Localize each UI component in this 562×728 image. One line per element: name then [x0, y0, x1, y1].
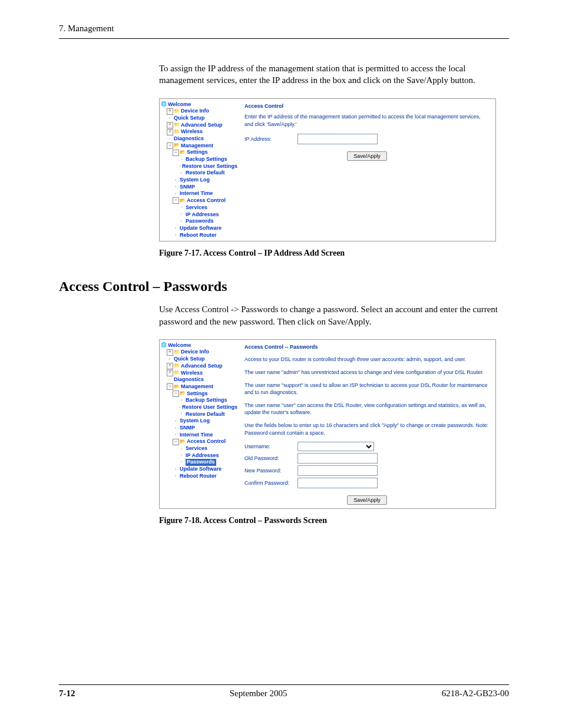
nav-restore-user[interactable]: ▫Restore User Settings: [178, 163, 237, 170]
plus-icon: +: [167, 349, 173, 356]
page-icon: ▫: [178, 205, 184, 211]
nav-backup[interactable]: ▫Backup Settings: [178, 397, 237, 404]
nav-wireless[interactable]: +📁Wireless: [167, 370, 237, 377]
folder-open-icon: 📂: [174, 143, 180, 148]
page-icon: ▫: [167, 377, 173, 383]
world-icon: 🌐: [161, 101, 167, 107]
page-icon: ▫: [178, 453, 184, 459]
folder-icon: 📁: [174, 349, 180, 355]
nav-advanced-setup[interactable]: +📁Advanced Setup: [167, 122, 237, 129]
nav-services[interactable]: ▫Services: [178, 445, 237, 452]
nav-internet-time[interactable]: ▫Internet Time: [173, 432, 237, 439]
folder-open-icon: 📂: [180, 439, 186, 445]
folder-open-icon: 📂: [180, 150, 186, 155]
save-apply-button[interactable]: Save/Apply: [347, 151, 387, 161]
nav-ip-addresses[interactable]: ▫IP Addresses: [178, 211, 237, 219]
page-number: 7-12: [59, 689, 75, 699]
page-icon: ▫: [173, 418, 178, 424]
nav-access-control[interactable]: −📂Access Control: [173, 197, 237, 204]
nav-quick-setup[interactable]: ▫Quick Setup: [167, 115, 237, 122]
footer-date: September 2005: [230, 689, 287, 699]
page-icon: ▫: [178, 164, 181, 170]
content-title: Access Control: [244, 102, 490, 110]
nav-management[interactable]: −📂Management: [167, 143, 237, 150]
folder-icon: 📁: [174, 363, 180, 369]
page-icon: ▫: [173, 177, 178, 183]
nav-advanced-setup[interactable]: +📁Advanced Setup: [167, 363, 237, 370]
figure-7-17-screenshot: 🌐Welcome +📁Device Info ▫Quick Setup +📁Ad…: [159, 98, 496, 242]
old-password-input[interactable]: [297, 453, 378, 464]
nav-restore-default[interactable]: ▫Restore Default: [178, 170, 237, 177]
page-icon: ▫: [173, 191, 178, 197]
minus-icon: −: [173, 197, 179, 204]
nav-settings[interactable]: −📂Settings: [173, 391, 237, 398]
nav-settings[interactable]: −📂Settings: [173, 149, 237, 156]
nav-snmp[interactable]: ▫SNMP: [173, 184, 237, 191]
minus-icon: −: [173, 150, 179, 156]
nav-update-software[interactable]: ▫Update Software: [173, 466, 237, 473]
p3: The user name "support" is used to allow…: [244, 382, 490, 396]
figure-7-18-screenshot: 🌐Welcome +📁Device Info ▫Quick Setup +📁Ad…: [159, 339, 496, 509]
nav-access-control[interactable]: −📂Access Control: [173, 438, 237, 445]
nav-welcome[interactable]: 🌐Welcome: [161, 101, 237, 108]
folder-icon: 📁: [174, 108, 180, 114]
p5: Use the fields below to enter up to 16 c…: [244, 422, 490, 436]
nav-system-log[interactable]: ▫System Log: [173, 418, 237, 425]
nav-device-info[interactable]: +📁Device Info: [167, 349, 237, 356]
nav-update-software[interactable]: ▫Update Software: [173, 225, 237, 232]
save-apply-button[interactable]: Save/Apply: [347, 495, 387, 505]
intro-paragraph-2: Use Access Control -> Passwords to chang…: [159, 303, 509, 327]
nav-ip-addresses[interactable]: ▫IP Addresses: [178, 452, 237, 459]
ip-address-input[interactable]: [297, 134, 378, 144]
plus-icon: +: [167, 122, 173, 128]
folder-open-icon: 📂: [180, 391, 186, 396]
nav-reboot-router[interactable]: ▫Reboot Router: [173, 473, 237, 480]
new-password-input[interactable]: [297, 465, 378, 476]
page-icon: ▫: [173, 232, 178, 238]
nav-reboot-router[interactable]: ▫Reboot Router: [173, 232, 237, 239]
plus-icon: +: [167, 370, 173, 376]
minus-icon: −: [173, 391, 179, 397]
nav-snmp[interactable]: ▫SNMP: [173, 425, 237, 432]
header-rule: [59, 38, 509, 39]
page-icon: ▫: [173, 466, 178, 472]
nav-system-log[interactable]: ▫System Log: [173, 177, 237, 184]
p4: The user name "user" can access the DSL …: [244, 402, 490, 416]
folder-icon: 📁: [174, 122, 180, 128]
nav-diagnostics[interactable]: ▫Diagnostics: [167, 135, 237, 143]
page-icon: ▫: [178, 170, 184, 176]
nav-internet-time[interactable]: ▫Internet Time: [173, 190, 237, 197]
nav-welcome[interactable]: 🌐Welcome: [161, 342, 237, 349]
nav-management[interactable]: −📂Management: [167, 383, 237, 391]
page-footer: 7-12 September 2005 6218-A2-GB23-00: [59, 684, 509, 699]
confirm-password-label: Confirm Password:: [244, 479, 297, 487]
figure-7-17-caption: Figure 7-17. Access Control – IP Address…: [159, 249, 509, 258]
content-title: Access Control -- Passwords: [244, 343, 490, 351]
content-pane: Access Control Enter the IP address of t…: [239, 99, 495, 241]
page-icon: ▫: [173, 425, 178, 431]
folder-icon: 📁: [174, 129, 180, 135]
folder-open-icon: 📂: [174, 384, 180, 390]
minus-icon: −: [167, 143, 173, 149]
nav-restore-user[interactable]: ▫Restore User Settings: [178, 404, 237, 411]
username-select[interactable]: [297, 442, 374, 451]
nav-passwords[interactable]: ▫Passwords: [178, 459, 237, 466]
nav-device-info[interactable]: +📁Device Info: [167, 108, 237, 115]
nav-services[interactable]: ▫Services: [178, 204, 237, 211]
page-icon: ▫: [173, 474, 178, 479]
nav-wireless[interactable]: +📁Wireless: [167, 128, 237, 135]
p1: Access to your DSL router is controlled …: [244, 356, 490, 363]
nav-diagnostics[interactable]: ▫Diagnostics: [167, 376, 237, 383]
page-icon: ▫: [173, 226, 178, 231]
nav-restore-default[interactable]: ▫Restore Default: [178, 411, 237, 418]
nav-quick-setup[interactable]: ▫Quick Setup: [167, 356, 237, 363]
confirm-password-input[interactable]: [297, 478, 378, 488]
new-password-label: New Password:: [244, 467, 297, 475]
minus-icon: −: [173, 439, 179, 445]
nav-backup[interactable]: ▫Backup Settings: [178, 156, 237, 163]
folder-open-icon: 📂: [180, 198, 186, 204]
content-desc: Enter the IP address of the management s…: [244, 113, 490, 128]
nav-passwords[interactable]: ▫Passwords: [178, 218, 237, 225]
page-header: 7. Management: [59, 24, 509, 34]
plus-icon: +: [167, 129, 173, 135]
